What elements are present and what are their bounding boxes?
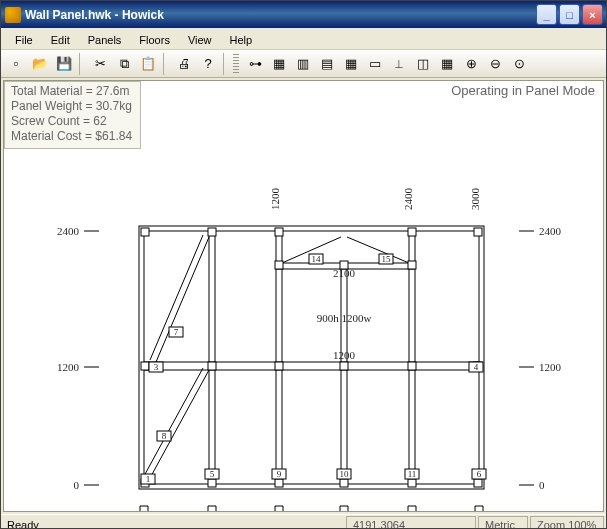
maximize-button[interactable]: □ xyxy=(559,4,580,25)
zoom-out-icon[interactable]: ⊖ xyxy=(484,53,506,75)
svg-rect-43 xyxy=(275,261,283,269)
menu-view[interactable]: View xyxy=(180,32,220,48)
svg-text:0: 0 xyxy=(74,479,80,491)
svg-text:11: 11 xyxy=(408,469,417,479)
measure-icon[interactable]: ⟂ xyxy=(388,53,410,75)
svg-text:900h 1200w: 900h 1200w xyxy=(317,312,372,324)
svg-rect-32 xyxy=(408,228,416,236)
app-icon xyxy=(5,7,21,23)
svg-text:1200: 1200 xyxy=(269,188,281,211)
svg-text:7: 7 xyxy=(174,327,179,337)
svg-rect-29 xyxy=(474,479,482,487)
print-icon[interactable]: 🖨 xyxy=(173,53,195,75)
svg-text:3: 3 xyxy=(154,362,159,372)
svg-rect-44 xyxy=(408,261,416,269)
status-zoom: Zoom 100% xyxy=(530,516,604,529)
new-file-icon[interactable]: ▫ xyxy=(5,53,27,75)
menu-bar: FileEditPanelsFloorsViewHelp xyxy=(1,28,606,50)
svg-rect-27 xyxy=(474,228,482,236)
svg-rect-33 xyxy=(208,479,216,487)
open-file-icon[interactable]: 📂 xyxy=(29,53,51,75)
anchor-icon[interactable]: ⊶ xyxy=(244,53,266,75)
svg-line-21 xyxy=(144,368,203,476)
paste-icon[interactable]: 📋 xyxy=(137,53,159,75)
svg-rect-6 xyxy=(139,226,484,489)
status-coords: 4191,3064 xyxy=(346,516,476,529)
svg-text:5: 5 xyxy=(210,469,215,479)
help-icon[interactable]: ? xyxy=(197,53,219,75)
svg-text:0: 0 xyxy=(539,479,545,491)
svg-rect-40 xyxy=(275,362,283,370)
svg-text:2100: 2100 xyxy=(333,267,356,279)
svg-text:10: 10 xyxy=(340,469,350,479)
svg-text:8: 8 xyxy=(162,431,167,441)
zoom-in-icon[interactable]: ⊕ xyxy=(460,53,482,75)
svg-rect-39 xyxy=(208,362,216,370)
panels-icon[interactable]: ▦ xyxy=(340,53,362,75)
svg-text:14: 14 xyxy=(312,254,322,264)
split-v-icon[interactable]: ▤ xyxy=(316,53,338,75)
window-title: Wall Panel.hwk - Howick xyxy=(25,8,536,22)
svg-line-22 xyxy=(156,237,209,362)
svg-rect-37 xyxy=(141,362,149,370)
doc-icon[interactable]: ▭ xyxy=(364,53,386,75)
svg-rect-30 xyxy=(208,228,216,236)
svg-text:4: 4 xyxy=(474,362,479,372)
status-ready: Ready xyxy=(1,519,346,530)
menu-file[interactable]: File xyxy=(7,32,41,48)
status-units: Metric xyxy=(478,516,528,529)
svg-text:1200: 1200 xyxy=(57,361,80,373)
svg-rect-34 xyxy=(275,479,283,487)
svg-text:2400: 2400 xyxy=(57,225,80,237)
svg-text:6: 6 xyxy=(477,469,482,479)
minimize-button[interactable]: _ xyxy=(536,4,557,25)
svg-line-25 xyxy=(347,237,409,263)
svg-rect-26 xyxy=(141,228,149,236)
svg-line-23 xyxy=(150,235,203,360)
menu-panels[interactable]: Panels xyxy=(80,32,130,48)
svg-text:3000: 3000 xyxy=(469,188,481,211)
svg-rect-41 xyxy=(340,362,348,370)
toolbar: ▫📂💾✂⧉📋🖨?⊶▦▥▤▦▭⟂◫▦⊕⊖⊙ xyxy=(1,50,606,78)
window-icon[interactable]: ▦ xyxy=(436,53,458,75)
save-icon[interactable]: 💾 xyxy=(53,53,75,75)
svg-text:1200: 1200 xyxy=(539,361,562,373)
svg-rect-42 xyxy=(408,362,416,370)
grid2-icon[interactable]: ◫ xyxy=(412,53,434,75)
svg-rect-35 xyxy=(340,479,348,487)
svg-text:1200: 1200 xyxy=(333,349,356,361)
split-h-icon[interactable]: ▥ xyxy=(292,53,314,75)
cut-icon[interactable]: ✂ xyxy=(89,53,111,75)
title-bar: Wall Panel.hwk - Howick _ □ × xyxy=(1,1,606,28)
window-controls: _ □ × xyxy=(536,4,603,25)
copy-icon[interactable]: ⧉ xyxy=(113,53,135,75)
canvas-area[interactable]: Total Material = 27.6m Panel Weight = 30… xyxy=(3,80,604,512)
menu-edit[interactable]: Edit xyxy=(43,32,78,48)
svg-line-20 xyxy=(150,370,209,478)
menu-floors[interactable]: Floors xyxy=(131,32,178,48)
grid-icon[interactable]: ▦ xyxy=(268,53,290,75)
svg-rect-31 xyxy=(275,228,283,236)
panel-drawing: 2400120002400120001200240030000600120017… xyxy=(4,81,604,512)
svg-rect-36 xyxy=(408,479,416,487)
svg-text:9: 9 xyxy=(277,469,282,479)
svg-text:2400: 2400 xyxy=(402,188,414,211)
svg-text:1: 1 xyxy=(146,474,151,484)
close-button[interactable]: × xyxy=(582,4,603,25)
menu-help[interactable]: Help xyxy=(222,32,261,48)
status-bar: Ready 4191,3064 Metric Zoom 100% xyxy=(1,514,606,529)
zoom-fit-icon[interactable]: ⊙ xyxy=(508,53,530,75)
svg-text:2400: 2400 xyxy=(539,225,562,237)
svg-text:15: 15 xyxy=(382,254,392,264)
